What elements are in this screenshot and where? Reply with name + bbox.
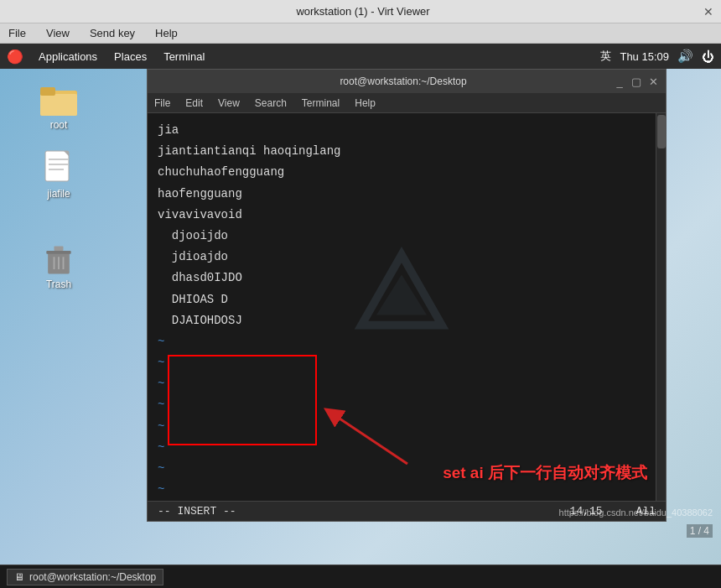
terminal-title-bar: root@workstation:~/Desktop _ ▢ ✕ <box>148 70 666 93</box>
top-panel: 🔴 Applications Places Terminal 英 Thu 15:… <box>0 44 721 69</box>
terminal-scrollbar[interactable] <box>656 113 666 501</box>
tilde-3: ~ <box>158 373 646 394</box>
top-panel-left: 🔴 Applications Places Terminal <box>7 49 208 65</box>
terminal-menu-file[interactable]: File <box>151 96 174 111</box>
outer-close-button[interactable]: ✕ <box>703 6 714 18</box>
applications-menu[interactable]: Applications <box>35 49 101 65</box>
desktop: root jiafile Trash <box>0 69 721 565</box>
gnome-logo-icon: 🔴 <box>7 49 23 65</box>
terminal-menu-bar: File Edit View Search Terminal Help <box>148 93 666 113</box>
terminal-content: jia jiantiantianqi haoqinglang chuchuhao… <box>148 113 666 501</box>
tilde-5: ~ <box>158 416 646 437</box>
terminal-menu-help[interactable]: Help <box>351 96 379 111</box>
taskbar-terminal-item[interactable]: 🖥 root@workstation:~/Desktop <box>7 569 163 585</box>
clock: Thu 15:09 <box>620 50 669 63</box>
terminal-menu[interactable]: Terminal <box>160 49 208 65</box>
svg-rect-2 <box>40 94 77 116</box>
file-icon <box>39 148 79 188</box>
tilde-1: ~ <box>158 331 646 352</box>
terminal-highlighted-3: dhasd0IJDO <box>158 268 646 289</box>
terminal-minimize-button[interactable]: _ <box>614 75 625 87</box>
outer-window-title: workstation (1) - Virt Viewer <box>23 5 703 18</box>
desktop-icons-area: root jiafile Trash <box>0 69 117 565</box>
desktop-icon-jiafile[interactable]: jiafile <box>25 148 92 200</box>
tilde-2: ~ <box>158 352 646 373</box>
outer-menu-sendkey[interactable]: Send key <box>85 25 140 41</box>
taskbar-terminal-icon: 🖥 <box>14 571 24 583</box>
desktop-icon-trash[interactable]: Trash <box>25 242 92 290</box>
terminal-highlighted-4: DHIOAS D <box>158 289 646 310</box>
outer-menu-file[interactable]: File <box>3 25 31 41</box>
places-menu[interactable]: Places <box>111 49 150 65</box>
terminal-title: root@workstation:~/Desktop <box>196 75 610 87</box>
terminal-line-7: haofengguang <box>158 184 646 205</box>
terminal-line-9: vivavivavoid <box>158 205 646 226</box>
outer-title-bar: workstation (1) - Virt Viewer ✕ <box>0 0 721 23</box>
desktop-icon-root-label: root <box>50 119 68 131</box>
tilde-6: ~ <box>158 437 646 458</box>
power-icon[interactable]: ⏻ <box>702 49 714 64</box>
terminal-menu-edit[interactable]: Edit <box>182 96 206 111</box>
terminal-highlighted-2: jdioajdo <box>158 247 646 268</box>
language-indicator[interactable]: 英 <box>600 49 611 64</box>
terminal-menu-search[interactable]: Search <box>252 96 290 111</box>
taskbar: 🖥 root@workstation:~/Desktop <box>0 565 721 588</box>
highlighted-block: djooijdo jdioajdo dhasd0IJDO DHIOAS D DJ… <box>158 226 646 331</box>
terminal-menu-terminal[interactable]: Terminal <box>298 96 343 111</box>
page-indicator: 1 / 4 <box>687 524 713 538</box>
csdn-url: https://blog.csdn.net/baidu_40388062 <box>559 507 713 518</box>
terminal-menu-view[interactable]: View <box>215 96 243 111</box>
desktop-icon-trash-label: Trash <box>46 278 71 290</box>
terminal-text-area[interactable]: jia jiantiantianqi haoqinglang chuchuhao… <box>148 113 656 501</box>
terminal-highlighted-1: djooijdo <box>158 226 646 247</box>
terminal-line-3: jiantiantianqi haoqinglang <box>158 141 646 162</box>
outer-menu-help[interactable]: Help <box>150 25 183 41</box>
svg-rect-10 <box>46 251 70 254</box>
desktop-icon-root[interactable]: root <box>25 79 92 131</box>
terminal-highlighted-5: DJAIOHDOSJ <box>158 310 646 331</box>
terminal-insert-mode: -- INSERT -- <box>158 505 236 518</box>
svg-rect-3 <box>40 87 55 96</box>
volume-icon[interactable]: 🔊 <box>677 49 693 64</box>
svg-rect-4 <box>45 151 69 181</box>
svg-rect-11 <box>54 247 64 252</box>
terminal-window: root@workstation:~/Desktop _ ▢ ✕ File Ed… <box>147 69 667 522</box>
trash-icon <box>40 242 77 278</box>
terminal-line-1: jia <box>158 120 646 141</box>
outer-menu-bar: File View Send key Help <box>0 23 721 44</box>
terminal-maximize-button[interactable]: ▢ <box>630 75 642 87</box>
terminal-window-buttons: _ ▢ ✕ <box>610 75 659 87</box>
annotation-text: set ai 后下一行自动对齐模式 <box>443 462 647 484</box>
terminal-line-5: chuchuhaofengguang <box>158 162 646 183</box>
terminal-close-button[interactable]: ✕ <box>647 75 659 87</box>
top-panel-right: 英 Thu 15:09 🔊 ⏻ <box>600 49 714 64</box>
folder-icon <box>39 79 79 119</box>
desktop-icon-jiafile-label: jiafile <box>47 188 70 200</box>
tilde-4: ~ <box>158 394 646 415</box>
taskbar-terminal-label: root@workstation:~/Desktop <box>29 571 156 583</box>
outer-menu-view[interactable]: View <box>41 25 75 41</box>
